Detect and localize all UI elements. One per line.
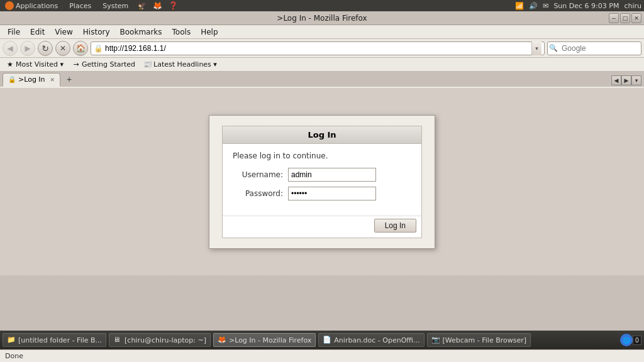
- address-dropdown[interactable]: ▾: [531, 41, 541, 55]
- menu-edit[interactable]: Edit: [25, 26, 50, 38]
- tab-controls: ◀ ▶ ▾: [611, 75, 641, 85]
- forward-button[interactable]: ▶: [20, 41, 35, 56]
- volume-icon: 🔊: [529, 2, 538, 10]
- login-title: Log In: [223, 126, 421, 144]
- status-text: Done: [5, 352, 23, 360]
- places-menu[interactable]: Places: [67, 2, 94, 10]
- latest-headlines-label: Latest Headlines ▾: [153, 60, 217, 69]
- search-input[interactable]: [559, 44, 644, 53]
- menu-bar: File Edit View History Bookmarks Tools H…: [0, 25, 644, 39]
- tab-scroll-left[interactable]: ◀: [611, 75, 621, 85]
- login-body: Please log in to continue. Username: Pas…: [223, 144, 421, 213]
- site-icon: 🔒: [94, 44, 103, 53]
- home-button[interactable]: 🏠: [73, 41, 88, 56]
- latest-headlines-icon: 📰: [144, 61, 152, 69]
- tab-close-button[interactable]: ✕: [50, 77, 55, 83]
- bookmark-latest-headlines[interactable]: 📰 Latest Headlines ▾: [140, 59, 221, 70]
- username-input[interactable]: [288, 168, 376, 182]
- address-bar-container: 🔒 ▾: [91, 41, 545, 55]
- places-label: Places: [69, 2, 91, 10]
- stop-button[interactable]: ✕: [55, 41, 70, 56]
- refresh-button[interactable]: ↻: [38, 41, 53, 56]
- tab-list-button[interactable]: ▾: [631, 75, 641, 85]
- bookmark-most-visited[interactable]: ★ Most Visited ▾: [3, 59, 67, 70]
- help-icon[interactable]: ❓: [169, 1, 178, 10]
- login-message: Please log in to continue.: [233, 151, 411, 160]
- taskbar-file-label: [untitled folder - File B...: [18, 336, 102, 344]
- new-tab-button[interactable]: +: [63, 73, 75, 85]
- search-engine-icon: 🔍: [548, 44, 559, 52]
- bookmark-getting-started[interactable]: → Getting Started: [69, 59, 139, 70]
- getting-started-label: Getting Started: [82, 60, 135, 69]
- menu-help[interactable]: Help: [196, 26, 223, 38]
- login-dialog: Log In Please log in to continue. Userna…: [209, 115, 435, 249]
- page-content: Log In Please log in to continue. Userna…: [0, 88, 644, 275]
- window-title: >Log In - Mozilla Firefox: [277, 14, 367, 23]
- applications-menu[interactable]: Applications: [3, 1, 60, 10]
- openoffice-icon: 📄: [323, 336, 331, 344]
- taskbar-firefox-icon: 🦊: [218, 336, 226, 344]
- menu-file[interactable]: File: [3, 26, 25, 38]
- menu-bookmarks[interactable]: Bookmarks: [115, 26, 167, 38]
- password-row: Password:: [233, 187, 411, 200]
- system-label: System: [103, 2, 128, 10]
- system-bar: Applications Places System 🦅 🦊 ❓ 📶 🔊 ✉ S…: [0, 0, 644, 11]
- thunderbird-icon[interactable]: 🦅: [137, 1, 147, 10]
- taskbar-terminal-label: [chiru@chiru-laptop: ~]: [125, 336, 206, 344]
- taskbar-webcam-label: [Webcam - File Browser]: [443, 336, 527, 344]
- taskbar-openoffice[interactable]: 📄 Anirban.doc - OpenOffi...: [318, 333, 424, 347]
- taskbar-file-browser[interactable]: 📁 [untitled folder - File B...: [3, 333, 106, 347]
- most-visited-label: Most Visited ▾: [16, 60, 64, 69]
- most-visited-icon: ★: [6, 61, 14, 69]
- taskbar-right: 🌐 0: [620, 334, 641, 346]
- webcam-icon: 📷: [431, 336, 440, 344]
- network-icon: 📶: [515, 2, 524, 10]
- taskbar-terminal[interactable]: 🖥 [chiru@chiru-laptop: ~]: [109, 333, 211, 347]
- status-bar: Done: [0, 349, 644, 362]
- ubuntu-icon: [5, 1, 14, 10]
- tab-login[interactable]: 🔒 >Log In ✕: [3, 73, 60, 87]
- bookmarks-bar: ★ Most Visited ▾ → Getting Started 📰 Lat…: [0, 58, 644, 72]
- login-submit-button[interactable]: Log In: [374, 219, 416, 233]
- system-user: chiru: [624, 2, 641, 10]
- taskbar-firefox-label: >Log In - Mozilla Firefox: [229, 336, 311, 344]
- title-bar: >Log In - Mozilla Firefox − □ ✕: [0, 11, 644, 25]
- taskbar: 📁 [untitled folder - File B... 🖥 [chiru@…: [0, 331, 644, 349]
- maximize-button[interactable]: □: [620, 13, 630, 23]
- password-label: Password:: [233, 189, 283, 198]
- username-label: Username:: [233, 170, 283, 179]
- search-bar-container: 🔍 🔍: [547, 41, 641, 55]
- username-row: Username:: [233, 168, 411, 182]
- window-controls: − □ ✕: [609, 13, 641, 23]
- menu-tools[interactable]: Tools: [167, 26, 196, 38]
- tab-login-icon: 🔒: [8, 76, 16, 83]
- back-button[interactable]: ◀: [3, 41, 18, 56]
- address-input[interactable]: [105, 44, 531, 53]
- system-time: Sun Dec 6 9:03 PM: [553, 2, 619, 10]
- menu-history[interactable]: History: [78, 26, 115, 38]
- tab-bar: 🔒 >Log In ✕ + ◀ ▶ ▾: [0, 72, 644, 88]
- file-browser-icon: 📁: [7, 336, 16, 344]
- terminal-icon: 🖥: [113, 336, 122, 344]
- menu-view[interactable]: View: [50, 26, 77, 38]
- tab-scroll-right[interactable]: ▶: [621, 75, 631, 85]
- taskbar-firefox[interactable]: 🦊 >Log In - Mozilla Firefox: [213, 333, 316, 347]
- tab-login-label: >Log In: [18, 75, 45, 84]
- getting-started-icon: →: [72, 61, 80, 69]
- login-dialog-inner: Log In Please log in to continue. Userna…: [222, 126, 422, 238]
- mail-icon: ✉: [543, 2, 548, 10]
- login-btn-row: Log In: [223, 216, 421, 238]
- taskbar-webcam[interactable]: 📷 [Webcam - File Browser]: [427, 333, 531, 347]
- nav-bar: ◀ ▶ ↻ ✕ 🏠 🔒 ▾ 🔍 🔍: [0, 39, 644, 58]
- minimize-button[interactable]: −: [609, 13, 619, 23]
- taskbar-openoffice-label: Anirban.doc - OpenOffi...: [334, 336, 419, 344]
- firefox-icon[interactable]: 🦊: [153, 1, 162, 10]
- globe-icon: 🌐: [620, 334, 633, 346]
- system-menu[interactable]: System: [100, 2, 131, 10]
- applications-label: Applications: [16, 2, 58, 10]
- close-button[interactable]: ✕: [631, 13, 641, 23]
- globe-count: 0: [633, 336, 641, 345]
- password-input[interactable]: [288, 187, 376, 200]
